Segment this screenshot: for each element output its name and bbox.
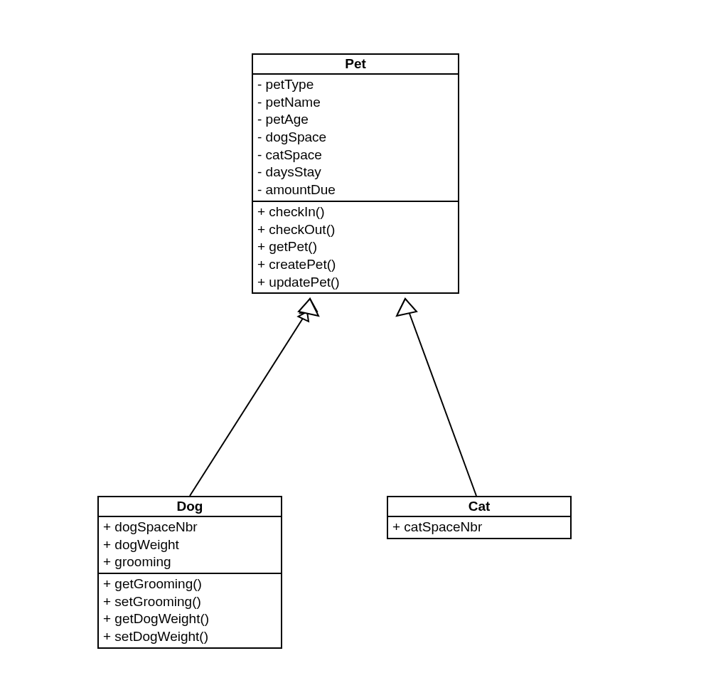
- attribute: - petAge: [257, 111, 454, 129]
- method: + getDogWeight(): [103, 610, 277, 628]
- class-dog-attributes: + dogSpaceNbr + dogWeight + grooming: [99, 517, 281, 574]
- class-pet-title: Pet: [253, 55, 458, 75]
- method: + getGrooming(): [103, 576, 277, 593]
- method: + updatePet(): [257, 274, 454, 292]
- attribute: - dogSpace: [257, 129, 454, 147]
- class-cat: Cat + catSpaceNbr: [387, 496, 572, 539]
- svg-marker-0: [299, 299, 318, 316]
- arrowhead-dog-icon: [300, 299, 317, 313]
- class-cat-title: Cat: [388, 497, 570, 517]
- svg-marker-1: [397, 299, 417, 316]
- class-dog: Dog + dogSpaceNbr + dogWeight + grooming…: [97, 496, 282, 649]
- attribute: + grooming: [103, 553, 277, 571]
- method: + checkIn(): [257, 203, 454, 221]
- attribute: - petType: [257, 76, 454, 94]
- arrowhead-cat-icon: [398, 299, 415, 313]
- attribute: - amountDue: [257, 181, 454, 199]
- class-pet: Pet - petType - petName - petAge - dogSp…: [252, 53, 459, 294]
- attribute: - catSpace: [257, 147, 454, 164]
- method: + setDogWeight(): [103, 628, 277, 646]
- arrow-line-dog-pet: [190, 312, 307, 496]
- class-dog-methods: + getGrooming() + setGrooming() + getDog…: [99, 574, 281, 647]
- method: + setGrooming(): [103, 593, 277, 611]
- attribute: - petName: [257, 94, 454, 112]
- arrow-head-dog-pet: [298, 312, 309, 322]
- method: + createPet(): [257, 256, 454, 274]
- class-pet-methods: + checkIn() + checkOut() + getPet() + cr…: [253, 202, 458, 292]
- class-pet-attributes: - petType - petName - petAge - dogSpace …: [253, 75, 458, 202]
- class-dog-title: Dog: [99, 497, 281, 517]
- inheritance-arrowhead-cat: [397, 299, 417, 316]
- attribute: + dogSpaceNbr: [103, 519, 277, 536]
- method: + checkOut(): [257, 221, 454, 239]
- inheritance-arrowhead-dog: [299, 299, 318, 316]
- class-cat-attributes: + catSpaceNbr: [388, 517, 570, 538]
- arrow-line-cat-pet: [409, 312, 476, 496]
- attribute: + dogWeight: [103, 536, 277, 554]
- method: + getPet(): [257, 238, 454, 256]
- attribute: + catSpaceNbr: [392, 519, 566, 536]
- attribute: - daysStay: [257, 164, 454, 181]
